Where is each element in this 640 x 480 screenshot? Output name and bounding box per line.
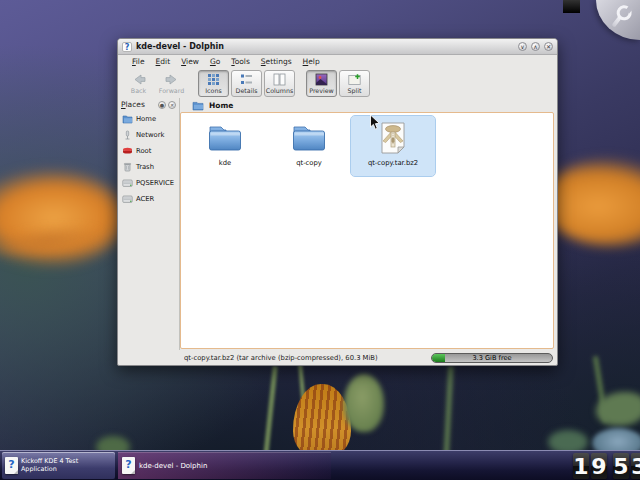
mouse-cursor bbox=[369, 114, 381, 132]
menu-settings[interactable]: Settings bbox=[261, 57, 292, 66]
menubar: File Edit View Go Tools Settings Help bbox=[118, 55, 557, 68]
window-main: Places ● ✕ Home Network Root bbox=[118, 98, 557, 350]
taskbar-item-dolphin[interactable]: ? kde-devel - Dolphin bbox=[118, 452, 331, 479]
status-info: qt-copy.tar.bz2 (tar archive (bzip-compr… bbox=[184, 354, 427, 362]
task-label: kde-devel - Dolphin bbox=[139, 462, 207, 470]
split-icon bbox=[348, 73, 361, 86]
dolphin-window: ? kde-devel - Dolphin ∨ ∧ ✕ File Edit Vi… bbox=[117, 38, 558, 366]
desktop: ? kde-devel - Dolphin ∨ ∧ ✕ File Edit Vi… bbox=[0, 0, 640, 480]
back-button[interactable]: Back bbox=[123, 70, 154, 97]
place-network[interactable]: Network bbox=[118, 127, 179, 143]
clock-digit: 3 bbox=[631, 453, 640, 479]
question-mark-icon: ? bbox=[122, 457, 135, 474]
clock-digit: 5 bbox=[613, 453, 629, 479]
menu-tools[interactable]: Tools bbox=[231, 57, 249, 66]
place-trash[interactable]: Trash bbox=[118, 159, 179, 175]
capacity-bar: 3.3 GiB free bbox=[431, 353, 553, 363]
folder-icon bbox=[207, 119, 243, 157]
hard-drive-icon bbox=[122, 178, 133, 188]
folder-icon bbox=[291, 119, 327, 157]
file-label: qt-copy bbox=[296, 159, 322, 167]
wallpaper-petal-left bbox=[0, 221, 107, 263]
preview-icon bbox=[315, 73, 328, 86]
details-view-button[interactable]: Details bbox=[231, 70, 262, 97]
task-label: Kickoff KDE 4 Test Application bbox=[21, 458, 112, 473]
hard-drive-icon bbox=[122, 194, 133, 204]
home-folder-icon bbox=[192, 100, 204, 111]
wallpaper-green-bud bbox=[344, 374, 384, 432]
minimize-button[interactable]: ∨ bbox=[518, 42, 527, 51]
view-column: Home kde bbox=[180, 98, 557, 350]
window-title: kde-devel - Dolphin bbox=[136, 42, 514, 51]
wallpaper-flower-bud bbox=[293, 384, 351, 458]
forward-button[interactable]: Forward bbox=[156, 70, 187, 97]
places-panel: Places ● ✕ Home Network Root bbox=[118, 98, 180, 350]
clock-digit: 9 bbox=[591, 453, 607, 479]
details-view-icon bbox=[240, 73, 253, 86]
capacity-label: 3.3 GiB free bbox=[432, 354, 552, 363]
file-item-qt-copy[interactable]: qt-copy bbox=[267, 116, 351, 167]
breadcrumb-home[interactable]: Home bbox=[209, 101, 233, 110]
preview-button[interactable]: Preview bbox=[306, 70, 337, 97]
wallpaper-stem bbox=[593, 356, 608, 422]
place-acer[interactable]: ACER bbox=[118, 191, 179, 207]
split-button[interactable]: Split bbox=[339, 70, 370, 97]
toolbar: Back Forward Icons Details bbox=[118, 68, 557, 98]
file-label: kde bbox=[219, 159, 231, 167]
wallpaper-stem bbox=[298, 364, 306, 406]
icons-view-button[interactable]: Icons bbox=[198, 70, 229, 97]
desktop-widget-box bbox=[563, 0, 580, 13]
clock-digit: 1 bbox=[573, 453, 589, 479]
digital-clock[interactable]: 1 9 5 3 bbox=[573, 453, 640, 479]
menu-view[interactable]: View bbox=[181, 57, 199, 66]
wrench-icon bbox=[606, 0, 637, 31]
taskbar-item-kickoff[interactable]: ? Kickoff KDE 4 Test Application bbox=[2, 452, 115, 479]
file-label: qt-copy.tar.bz2 bbox=[368, 159, 418, 167]
window-icon: ? bbox=[122, 42, 132, 52]
taskbar: ? Kickoff KDE 4 Test Application ? kde-d… bbox=[0, 450, 640, 480]
menu-file[interactable]: File bbox=[132, 57, 145, 66]
place-pqservice[interactable]: PQSERVICE bbox=[118, 175, 179, 191]
columns-view-icon bbox=[273, 73, 286, 86]
columns-view-button[interactable]: Columns bbox=[264, 70, 295, 97]
close-button[interactable]: ✕ bbox=[544, 42, 553, 51]
file-item-qt-copy-archive[interactable]: qt-copy.tar.bz2 bbox=[351, 116, 435, 176]
status-bar: qt-copy.tar.bz2 (tar archive (bzip-compr… bbox=[118, 350, 557, 365]
places-header: Places ● ✕ bbox=[118, 98, 179, 111]
wallpaper-stem bbox=[444, 366, 454, 458]
breadcrumb[interactable]: Home bbox=[180, 98, 557, 112]
wallpaper-flower-left bbox=[0, 168, 126, 268]
places-close-button[interactable]: ✕ bbox=[168, 101, 176, 109]
question-mark-icon: ? bbox=[5, 457, 18, 474]
network-icon bbox=[122, 130, 133, 140]
place-home[interactable]: Home bbox=[118, 111, 179, 127]
menu-edit[interactable]: Edit bbox=[156, 57, 171, 66]
trash-icon bbox=[122, 162, 133, 172]
places-float-button[interactable]: ● bbox=[158, 101, 166, 109]
file-view[interactable]: kde qt-copy bbox=[180, 112, 554, 349]
wallpaper-stem bbox=[263, 366, 277, 456]
home-folder-icon bbox=[122, 114, 133, 124]
wallpaper-leaf bbox=[596, 392, 640, 426]
maximize-button[interactable]: ∧ bbox=[531, 42, 540, 51]
arrow-left-icon bbox=[132, 73, 146, 86]
titlebar[interactable]: ? kde-devel - Dolphin ∨ ∧ ✕ bbox=[118, 39, 557, 55]
plasma-toolbox[interactable] bbox=[596, 0, 640, 40]
arrow-right-icon bbox=[165, 73, 179, 86]
place-root[interactable]: Root bbox=[118, 143, 179, 159]
icons-view-icon bbox=[207, 73, 220, 86]
menu-go[interactable]: Go bbox=[210, 57, 220, 66]
archive-icon bbox=[378, 119, 408, 157]
places-title: Places bbox=[121, 100, 156, 109]
file-item-kde[interactable]: kde bbox=[183, 116, 267, 167]
menu-help[interactable]: Help bbox=[303, 57, 320, 66]
root-drive-icon bbox=[122, 146, 133, 156]
